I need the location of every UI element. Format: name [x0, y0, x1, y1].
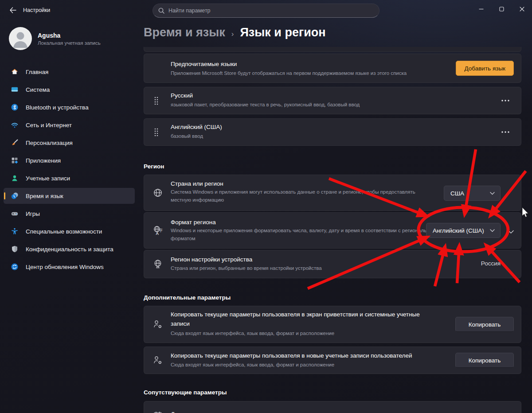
country-region-dropdown[interactable]: США — [444, 186, 501, 201]
language-row-english-us[interactable]: Английский (США) базовый ввод — [144, 118, 521, 146]
region-format-description: Windows и некоторые приложения форматиро… — [171, 226, 441, 242]
language-row-russian[interactable]: Русский языковой пакет, преобразование т… — [144, 87, 521, 114]
language-name: Английский (США) — [171, 124, 222, 130]
sidebar-item-label: Время и язык — [26, 193, 63, 199]
network-icon — [11, 121, 19, 129]
minimize-icon — [479, 7, 484, 12]
date-time-row[interactable]: Дата и время — [144, 401, 521, 413]
maximize-button[interactable] — [491, 0, 512, 18]
maximize-icon — [499, 7, 504, 12]
scrolled-card-sliver — [144, 47, 521, 52]
language-features: языковой пакет, преобразование текста в … — [171, 102, 360, 107]
windows-update-icon — [11, 263, 19, 271]
sidebar-item-apps[interactable]: Приложения — [4, 152, 135, 168]
copy-settings-row-newusers: Копировать текущие параметры пользовател… — [144, 347, 521, 374]
region-format-icon: A字 — [153, 225, 163, 236]
globe-icon — [153, 187, 163, 198]
preferred-languages-card: Предпочитаемые языки Приложения Microsof… — [144, 54, 521, 83]
sidebar-item-label: Специальные возможности — [26, 228, 102, 235]
more-options-icon[interactable] — [500, 128, 511, 136]
personalization-icon — [11, 139, 19, 147]
device-globe-icon — [153, 259, 163, 269]
language-features: базовый ввод — [171, 133, 203, 139]
device-region-value: Россия — [481, 260, 501, 267]
accounts-icon — [11, 174, 19, 182]
sidebar-item-network[interactable]: Сеть и Интернет — [4, 117, 135, 133]
home-icon — [11, 68, 19, 76]
region-format-value: Английский (США) — [433, 227, 484, 234]
avatar — [9, 27, 32, 50]
device-region-description: Страна или регион, выбранные во время на… — [171, 264, 322, 272]
user-account[interactable]: Agusha Локальная учетная запись — [9, 27, 101, 50]
copy-button[interactable]: Копировать — [455, 317, 514, 332]
preferred-languages-title: Предпочитаемые языки — [171, 59, 237, 69]
additional-section-title: Дополнительные параметры — [144, 294, 231, 301]
sidebar-item-label: Приложения — [26, 157, 61, 164]
sidebar-item-home[interactable]: Главная — [4, 64, 135, 80]
sidebar-item-label: Система — [26, 86, 50, 93]
sidebar-item-windows-update[interactable]: Центр обновления Windows — [4, 259, 135, 275]
sidebar-item-accounts[interactable]: Учетные записи — [4, 170, 135, 186]
copy-settings-title: Копировать текущие параметры пользовател… — [171, 351, 412, 360]
apps-icon — [11, 156, 19, 164]
sidebar-item-label: Bluetooth и устройства — [26, 104, 89, 111]
drag-handle-icon[interactable] — [154, 128, 159, 138]
avatar-person-icon — [9, 27, 32, 50]
app-title: Настройки — [23, 7, 50, 13]
region-format-title: Формат региона — [171, 218, 216, 227]
back-button[interactable] — [6, 4, 20, 16]
user-name: Agusha — [38, 32, 101, 39]
language-name: Русский — [171, 92, 193, 99]
search-box[interactable] — [153, 4, 379, 18]
time-language-icon — [11, 192, 19, 200]
games-icon — [11, 210, 19, 218]
device-region-title: Регион настройки устройства — [171, 255, 252, 264]
copy-settings-description: Сюда входят язык интерфейса, язык ввода,… — [171, 329, 334, 337]
breadcrumb-parent[interactable]: Время и язык — [144, 26, 225, 39]
sidebar-item-privacy[interactable]: Конфиденциальность и защита — [4, 241, 135, 257]
copy-settings-row-welcome: Копировать текущие параметры пользовател… — [144, 306, 521, 343]
minimize-button[interactable] — [471, 0, 491, 18]
country-region-value: США — [450, 190, 464, 197]
breadcrumb: Время и язык › Язык и регион — [144, 26, 326, 39]
bluetooth-icon — [11, 103, 19, 111]
sidebar-item-label: Учетные записи — [26, 175, 70, 182]
expander-chevron-icon[interactable] — [508, 228, 514, 236]
more-options-icon[interactable] — [500, 97, 511, 105]
window-controls — [471, 0, 532, 18]
sidebar-item-personalization[interactable]: Персонализация — [4, 135, 135, 151]
sidebar-item-bluetooth[interactable]: Bluetooth и устройства — [4, 99, 135, 115]
privacy-icon — [11, 245, 19, 253]
sidebar-item-accessibility[interactable]: Специальные возможности — [4, 223, 135, 239]
back-arrow-icon — [9, 7, 16, 13]
svg-text:A: A — [156, 231, 159, 236]
sidebar-item-label: Центр обновления Windows — [26, 264, 104, 270]
system-icon — [11, 86, 19, 94]
sidebar-item-label: Конфиденциальность и защита — [26, 246, 113, 253]
copy-settings-description: Сюда входят язык интерфейса, язык ввода,… — [171, 361, 334, 369]
copy-user-settings-icon — [153, 319, 163, 330]
drag-handle-icon[interactable] — [154, 96, 159, 107]
chevron-down-icon — [490, 229, 495, 232]
settings-window: Настройки Agusha Локальная учетная запис — [0, 0, 532, 413]
sidebar-item-games[interactable]: Игры — [4, 206, 135, 222]
sidebar-item-label: Игры — [26, 210, 40, 217]
search-icon — [158, 8, 164, 14]
copy-settings-title: Копировать текущие параметры пользовател… — [171, 310, 437, 328]
add-language-button[interactable]: Добавить язык — [456, 61, 514, 76]
country-region-description: Система Windows и приложения могут испол… — [171, 188, 437, 204]
copy-button[interactable]: Копировать — [455, 353, 514, 368]
device-region-row: Регион настройки устройства Страна или р… — [144, 250, 521, 278]
country-region-row: Страна или регион Система Windows и прил… — [144, 175, 521, 211]
region-section-title: Регион — [144, 163, 164, 170]
region-format-row: A字 Формат региона Windows и некоторые пр… — [144, 212, 521, 249]
region-format-dropdown[interactable]: Английский (США) — [426, 223, 501, 238]
related-section-title: Сопутствующие параметры — [144, 389, 227, 396]
search-input[interactable] — [168, 8, 374, 14]
close-icon — [520, 7, 524, 12]
close-button[interactable] — [512, 0, 532, 18]
breadcrumb-separator-icon: › — [231, 30, 234, 39]
sidebar-item-system[interactable]: Система — [4, 82, 135, 97]
date-time-title: Дата и время — [171, 409, 208, 413]
sidebar-item-time-language[interactable]: Время и язык — [4, 188, 135, 204]
